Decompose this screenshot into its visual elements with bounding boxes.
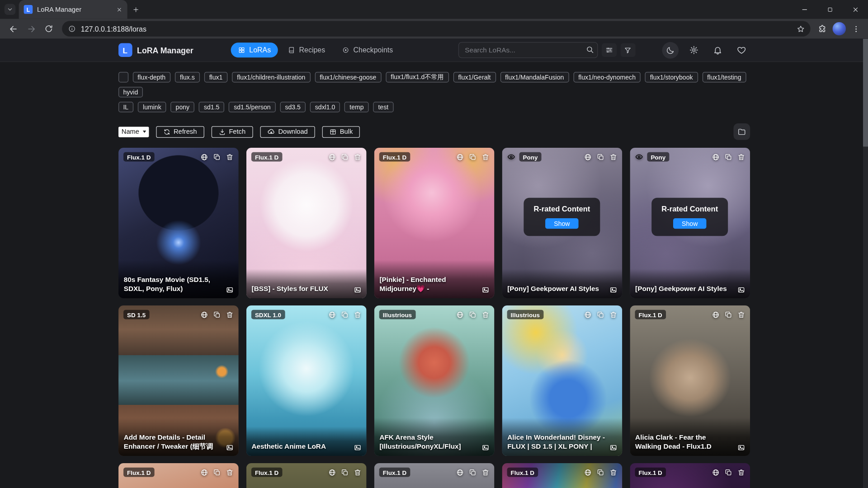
close-window-button[interactable] [843, 0, 868, 19]
new-tab-button[interactable] [132, 6, 140, 13]
fetch-button[interactable]: Fetch [211, 126, 253, 138]
tag-chip[interactable]: temp [344, 102, 368, 112]
reload-button[interactable] [41, 21, 57, 37]
image-icon[interactable] [609, 286, 617, 294]
copy-icon[interactable] [213, 153, 221, 161]
tag-chip[interactable]: flux1/testing [702, 72, 746, 82]
lora-card[interactable]: SDXL 1.0 Aesthetic Anime LoRA [246, 305, 366, 456]
globe-icon[interactable] [328, 469, 336, 476]
tag-chip[interactable]: hyvid [118, 87, 143, 97]
scrollbar-thumb[interactable] [863, 39, 868, 147]
copy-icon[interactable] [596, 153, 604, 161]
extensions-icon[interactable] [815, 21, 830, 37]
refresh-button[interactable]: Refresh [156, 126, 204, 138]
tag-chip[interactable]: flux1/flux1.d不常用 [386, 72, 448, 82]
show-content-button[interactable]: Show [673, 218, 707, 229]
copy-icon[interactable] [596, 469, 604, 476]
trash-icon[interactable] [481, 153, 489, 161]
globe-icon[interactable] [200, 469, 208, 476]
trash-icon[interactable] [609, 311, 617, 319]
image-icon[interactable] [609, 444, 617, 451]
lora-card[interactable]: Flux.1 D [Pinkie] - Enchanted Midjourney… [374, 148, 494, 298]
globe-icon[interactable] [712, 311, 719, 319]
settings-gear-icon[interactable] [686, 42, 703, 58]
tag-chip[interactable]: flux1/MandalaFusion [500, 72, 569, 82]
globe-icon[interactable] [328, 311, 336, 319]
globe-icon[interactable] [584, 153, 591, 161]
browser-tab[interactable]: L LoRA Manager [19, 0, 127, 19]
globe-icon[interactable] [328, 153, 336, 161]
trash-icon[interactable] [737, 469, 745, 476]
lora-card[interactable]: Flux.1 D [BSS] - Styles for FLUX [246, 148, 366, 298]
trash-icon[interactable] [226, 153, 233, 161]
browser-menu-icon[interactable] [848, 21, 863, 37]
trash-icon[interactable] [354, 469, 361, 476]
globe-icon[interactable] [456, 311, 463, 319]
tag-chip[interactable]: sdxl1.0 [310, 102, 340, 112]
lora-card[interactable]: Flux.1 D [374, 463, 494, 488]
globe-icon[interactable] [200, 153, 208, 161]
lora-card[interactable]: Pony R-rated Content Show [Pony] Geekpow… [630, 148, 750, 298]
trash-icon[interactable] [481, 311, 489, 319]
tag-chip[interactable]: flux1/neo-dynomech [573, 72, 641, 82]
nav-tab-checkpoints[interactable]: Checkpoints [335, 42, 400, 57]
trash-icon[interactable] [737, 153, 745, 161]
globe-icon[interactable] [200, 311, 208, 319]
profile-avatar[interactable] [833, 22, 846, 35]
tag-chip[interactable]: lumink [138, 102, 166, 112]
globe-icon[interactable] [584, 311, 591, 319]
maximize-button[interactable] [817, 0, 842, 19]
bulk-button[interactable]: Bulk [322, 126, 360, 138]
trash-icon[interactable] [737, 311, 745, 319]
site-info-icon[interactable] [68, 25, 76, 33]
copy-icon[interactable] [724, 469, 732, 476]
globe-icon[interactable] [456, 469, 463, 476]
tag-chip[interactable]: flux1/chinese-goose [315, 72, 381, 82]
lora-card[interactable]: Flux.1 D [118, 463, 238, 488]
trash-icon[interactable] [609, 153, 617, 161]
image-icon[interactable] [481, 286, 489, 294]
image-icon[interactable] [481, 444, 489, 451]
eye-icon[interactable] [507, 153, 515, 161]
tag-chip[interactable]: flux1 [204, 72, 228, 82]
lora-card[interactable]: Flux.1 D [502, 463, 622, 488]
theme-toggle-moon-icon[interactable] [662, 42, 679, 58]
tab-search-button[interactable] [5, 4, 15, 15]
copy-icon[interactable] [724, 153, 732, 161]
tag-chip[interactable]: flux.s [175, 72, 200, 82]
image-icon[interactable] [354, 286, 361, 294]
trash-icon[interactable] [609, 469, 617, 476]
tag-chip[interactable]: flux-depth [132, 72, 170, 82]
copy-icon[interactable] [724, 311, 732, 319]
lora-card[interactable]: Illustrious AFK Arena Style [Illustrious… [374, 305, 494, 456]
copy-icon[interactable] [213, 469, 221, 476]
lora-card[interactable]: SD 1.5 Add More Details - Detail Enhance… [118, 305, 238, 456]
bookmark-star-icon[interactable] [794, 24, 807, 33]
sort-options-button[interactable] [602, 43, 617, 57]
image-icon[interactable] [354, 444, 361, 451]
tag-chip[interactable]: test [373, 102, 393, 112]
copy-icon[interactable] [213, 311, 221, 319]
url-text[interactable]: 127.0.0.1:8188/loras [81, 24, 789, 33]
tag-chip[interactable]: flux1/children-illustration [232, 72, 310, 82]
minimize-button[interactable] [792, 0, 817, 19]
tag-chip[interactable]: sd1.5 [199, 102, 224, 112]
trash-icon[interactable] [354, 153, 361, 161]
tag-chip[interactable]: pony [171, 102, 195, 112]
nav-tab-recipes[interactable]: Recipes [281, 42, 332, 57]
trash-icon[interactable] [226, 311, 233, 319]
lora-card[interactable]: Flux.1 D 80s Fantasy Movie (SD1.5, SDXL,… [118, 148, 238, 298]
image-icon[interactable] [226, 286, 233, 294]
tag-chip[interactable]: sd3.5 [280, 102, 305, 112]
tag-chip[interactable]: sd1.5/person [229, 102, 275, 112]
trash-icon[interactable] [354, 311, 361, 319]
filter-button[interactable] [620, 43, 635, 57]
lora-card[interactable]: Flux.1 D [246, 463, 366, 488]
trash-icon[interactable] [226, 469, 233, 476]
back-button[interactable] [5, 21, 21, 37]
forward-button[interactable] [23, 21, 38, 37]
address-bar[interactable]: 127.0.0.1:8188/loras [62, 21, 811, 37]
copy-icon[interactable] [469, 469, 476, 476]
copy-icon[interactable] [341, 469, 349, 476]
nav-tab-loras[interactable]: LoRAs [231, 42, 278, 57]
